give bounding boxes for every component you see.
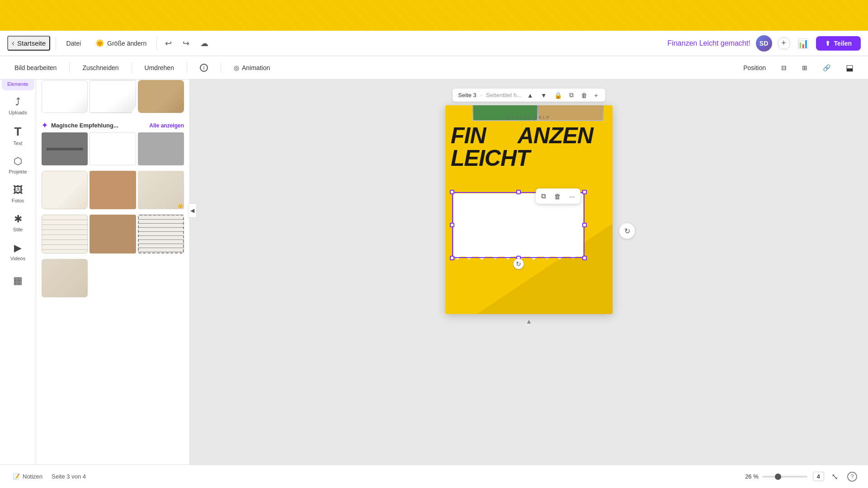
results-grid-4: [36, 257, 189, 301]
back-arrow-icon: ‹: [12, 38, 14, 48]
handle-bottom-left[interactable]: [450, 256, 454, 260]
share-icon: ⬆: [825, 40, 830, 47]
crop-label: Zuschneiden: [82, 64, 118, 71]
more-icon: ···: [569, 192, 575, 200]
rotate-handle[interactable]: ↻: [513, 258, 524, 269]
refresh-suggestions-button[interactable]: ↻: [619, 223, 635, 239]
magic-wand-icon: ✦: [42, 121, 47, 130]
title-line-1: FINANANZEN: [451, 124, 593, 147]
notes-button[interactable]: 📝 Notizen: [9, 471, 46, 482]
animation-button[interactable]: ◎ Animation: [228, 61, 275, 74]
copy-icon: ⧉: [541, 192, 546, 200]
lock-page-button[interactable]: 🔒: [552, 91, 564, 100]
notes-icon: 📝: [13, 473, 20, 480]
edit-image-label: Bild bearbeiten: [14, 64, 57, 71]
page-nav-up-button[interactable]: ▲: [525, 91, 535, 100]
position-button[interactable]: Position: [738, 61, 771, 74]
handle-top-left[interactable]: [450, 190, 454, 194]
grid-option-button[interactable]: ⊞: [797, 61, 813, 74]
copy-page-button[interactable]: ⧉: [567, 90, 576, 100]
help-button[interactable]: ?: [845, 470, 859, 483]
slide-container: SASCHA DELP FINANANZEN LEICHT: [445, 105, 613, 325]
share-button[interactable]: ⬆ Teilen: [816, 36, 861, 51]
result-item-5[interactable]: [90, 171, 136, 209]
element-delete-button[interactable]: 🗑: [551, 191, 565, 202]
link-button[interactable]: 🔗: [817, 61, 836, 74]
sidebar-item-patterns[interactable]: ▦: [2, 267, 34, 294]
patterns-icon: ▦: [13, 275, 23, 286]
text-label: Text: [13, 141, 22, 146]
top-deco-pattern: [0, 0, 868, 31]
home-button[interactable]: ‹ Startseite: [7, 36, 50, 51]
magic-item-2[interactable]: [90, 132, 136, 165]
handle-top-right[interactable]: [582, 190, 587, 194]
animation-icon: ◎: [234, 64, 239, 71]
expand-button[interactable]: ⤡: [830, 470, 840, 483]
result-wrapper-4: [42, 171, 88, 209]
page-nav-down-button[interactable]: ▼: [539, 91, 549, 100]
handle-middle-left[interactable]: [450, 223, 454, 227]
result-item-6[interactable]: [138, 171, 184, 209]
slide-title[interactable]: FINANANZEN LEICHT: [451, 124, 593, 169]
result-item-3[interactable]: [138, 80, 184, 113]
magic-item-3[interactable]: [138, 132, 184, 165]
hide-panel-button[interactable]: ◀: [188, 203, 197, 218]
sidebar-item-fotos[interactable]: 🖼 Fotos: [2, 180, 34, 207]
crop-button[interactable]: Zuschneiden: [77, 61, 124, 74]
more-options-icon: ⬓: [846, 63, 854, 73]
handle-bottom-right[interactable]: [582, 256, 587, 260]
edit-image-button[interactable]: Bild bearbeiten: [9, 61, 62, 74]
redo-button[interactable]: ↪: [180, 36, 192, 51]
result-item-10[interactable]: [42, 259, 88, 297]
scroll-down-button[interactable]: ▲: [526, 318, 532, 325]
result-wrapper-6: 👑: [138, 171, 184, 209]
sidebar-item-projekte[interactable]: ⬡ Projekte: [2, 151, 34, 178]
handle-middle-right[interactable]: [582, 223, 587, 227]
flip-button[interactable]: Umdrehen: [139, 61, 179, 74]
delete-page-button[interactable]: 🗑: [579, 91, 589, 100]
file-menu-button[interactable]: Datei: [61, 37, 85, 50]
sidebar-item-videos[interactable]: ▶ Videos: [2, 238, 34, 265]
result-item-2[interactable]: [90, 80, 136, 113]
sidebar-item-uploads[interactable]: ⤴ Uploads: [2, 92, 34, 119]
result-item-9[interactable]: [138, 215, 184, 253]
zoom-slider[interactable]: [762, 476, 807, 478]
project-title[interactable]: Finanzen Leicht gemacht!: [667, 39, 750, 47]
share-label: Teilen: [834, 40, 852, 47]
more-options-button[interactable]: ⬓: [840, 60, 859, 75]
page-label-bar: Seite 3 - Seitentitel h... ▲ ▼ 🔒 ⧉ 🗑 +: [453, 89, 605, 102]
result-item-4[interactable]: [42, 171, 88, 209]
page-num-badge[interactable]: 4: [813, 472, 824, 481]
resize-button[interactable]: 🌞 Größe ändern: [91, 36, 151, 50]
zoom-thumb[interactable]: [775, 474, 781, 480]
add-page-button[interactable]: +: [593, 91, 600, 100]
results-grid-1: [36, 76, 189, 117]
zoom-control: 26 %: [741, 473, 807, 480]
analytics-button[interactable]: 📊: [796, 36, 811, 51]
cloud-save-button[interactable]: ☁: [198, 36, 211, 51]
sidebar-item-text[interactable]: T Text: [2, 121, 34, 150]
result-item-8[interactable]: [90, 215, 136, 253]
results-grid-3: [36, 213, 189, 257]
color-option-button[interactable]: ⊟: [776, 61, 792, 74]
element-more-button[interactable]: ···: [566, 191, 579, 202]
info-icon: i: [200, 64, 208, 72]
avatar-initials: SD: [760, 40, 768, 47]
canvas-slide[interactable]: SASCHA DELP FINANANZEN LEICHT: [445, 105, 613, 314]
element-copy-button[interactable]: ⧉: [538, 190, 550, 202]
crown-badge-6: 👑: [178, 203, 183, 208]
uploads-label: Uploads: [9, 110, 27, 115]
add-collaborator-button[interactable]: +: [778, 37, 790, 50]
context-toolbar: Bild bearbeiten Zuschneiden Umdrehen i ◎…: [0, 56, 868, 80]
magic-item-1[interactable]: [42, 132, 88, 165]
info-button[interactable]: i: [194, 61, 213, 75]
sidebar-item-stile[interactable]: ✱ Stile: [2, 209, 34, 236]
handle-top-middle[interactable]: [516, 190, 521, 194]
result-item-1[interactable]: [42, 80, 88, 113]
see-all-button[interactable]: Alle anzeigen: [149, 122, 184, 129]
undo-button[interactable]: ↩: [162, 36, 175, 51]
result-item-7[interactable]: [42, 215, 88, 253]
ctx-divider-1: [69, 62, 70, 73]
help-icon: ?: [847, 472, 857, 482]
user-avatar[interactable]: SD: [756, 35, 772, 52]
